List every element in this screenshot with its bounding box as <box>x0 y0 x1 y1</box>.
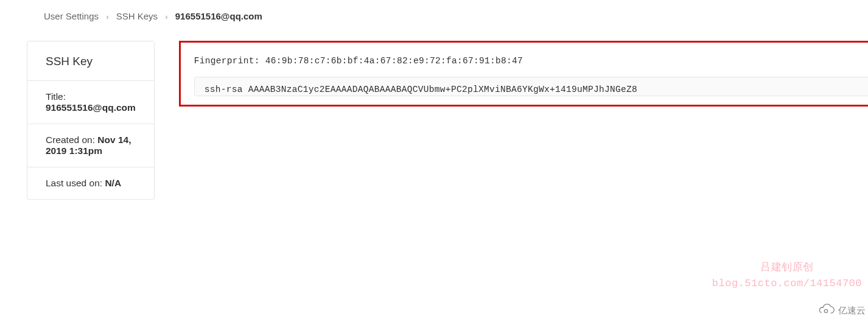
title-label: Title: <box>46 91 66 102</box>
card-row-title: Title: 916551516@qq.com <box>27 81 154 124</box>
card-row-lastused: Last used on: N/A <box>27 167 154 199</box>
fingerprint-value: 46:9b:78:c7:6b:bf:4a:67:82:e9:72:fa:67:9… <box>265 56 523 66</box>
chevron-right-icon: › <box>106 12 108 21</box>
chevron-right-icon: › <box>165 12 167 21</box>
fingerprint-panel: Fingerprint: 46:9b:78:c7:6b:bf:4a:67:82:… <box>179 41 868 107</box>
breadcrumb-ssh-keys[interactable]: SSH Keys <box>116 11 158 21</box>
ssh-key-card: SSH Key Title: 916551516@qq.com Created … <box>27 41 155 200</box>
breadcrumb-current: 916551516@qq.com <box>175 11 262 21</box>
breadcrumb: User Settings › SSH Keys › 916551516@qq.… <box>0 0 868 21</box>
breadcrumb-user-settings[interactable]: User Settings <box>44 11 99 21</box>
svg-point-0 <box>824 309 827 312</box>
ssh-key-value: ssh-rsa AAAAB3NzaC1yc2EAAAADAQABAAABAQCV… <box>205 85 637 94</box>
cloud-icon <box>816 304 836 318</box>
watermark-author: 吕建钊原创 blog.51cto.com/14154700 <box>712 260 862 291</box>
card-header: SSH Key <box>27 41 154 81</box>
lastused-label: Last used on: <box>46 178 105 188</box>
created-label: Created on: <box>46 135 97 145</box>
card-row-created: Created on: Nov 14, 2019 1:31pm <box>27 124 154 167</box>
title-value: 916551516@qq.com <box>46 102 136 113</box>
watermark-brand: 亿速云 <box>816 304 866 318</box>
fingerprint-label: Fingerprint: <box>194 56 265 66</box>
lastused-value: N/A <box>105 178 121 188</box>
fingerprint-line: Fingerprint: 46:9b:78:c7:6b:bf:4a:67:82:… <box>194 56 868 66</box>
ssh-key-box[interactable]: ssh-rsa AAAAB3NzaC1yc2EAAAADAQABAAABAQCV… <box>194 77 868 96</box>
